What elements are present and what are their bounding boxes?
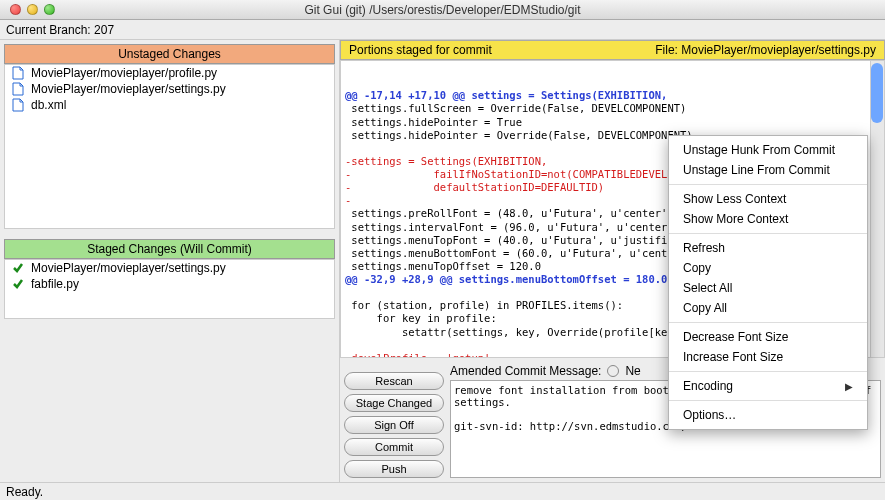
amend-radio-label: Ne <box>625 364 640 378</box>
chevron-right-icon: ▶ <box>845 381 853 392</box>
window-title: Git Gui (git) /Users/orestis/Developer/E… <box>0 3 885 17</box>
push-button[interactable]: Push <box>344 460 444 478</box>
list-item[interactable]: MoviePlayer/movieplayer/profile.py <box>5 65 334 81</box>
list-item[interactable]: MoviePlayer/movieplayer/settings.py <box>5 260 334 276</box>
file-modified-icon <box>11 82 25 96</box>
rescan-button[interactable]: Rescan <box>344 372 444 390</box>
file-path: db.xml <box>31 98 66 112</box>
file-path: MoviePlayer/movieplayer/profile.py <box>31 66 217 80</box>
unstaged-file-list[interactable]: MoviePlayer/movieplayer/profile.py Movie… <box>4 64 335 229</box>
file-path: fabfile.py <box>31 277 79 291</box>
menu-refresh[interactable]: Refresh <box>669 238 867 258</box>
menu-unstage-hunk[interactable]: Unstage Hunk From Commit <box>669 140 867 160</box>
status-text: Ready. <box>6 485 43 499</box>
diff-line[interactable]: settings.hidePointer = True <box>345 116 882 129</box>
menu-separator <box>669 400 867 401</box>
file-modified-icon <box>11 66 25 80</box>
file-staged-icon <box>11 277 25 291</box>
branch-bar: Current Branch: 207 <box>0 20 885 40</box>
list-item[interactable]: db.xml <box>5 97 334 113</box>
menu-increase-font[interactable]: Increase Font Size <box>669 347 867 367</box>
portions-label: Portions staged for commit <box>349 43 492 57</box>
menu-unstage-line[interactable]: Unstage Line From Commit <box>669 160 867 180</box>
file-path: MoviePlayer/movieplayer/settings.py <box>31 261 226 275</box>
menu-show-less-context[interactable]: Show Less Context <box>669 189 867 209</box>
file-path: MoviePlayer/movieplayer/settings.py <box>31 82 226 96</box>
list-item[interactable]: fabfile.py <box>5 276 334 292</box>
menu-select-all[interactable]: Select All <box>669 278 867 298</box>
menu-copy-all[interactable]: Copy All <box>669 298 867 318</box>
staged-file-list[interactable]: MoviePlayer/movieplayer/settings.py fabf… <box>4 259 335 319</box>
file-staged-icon <box>11 261 25 275</box>
diff-line[interactable]: @@ -17,14 +17,10 @@ settings = Settings(… <box>345 89 882 102</box>
commit-button[interactable]: Commit <box>344 438 444 456</box>
amend-radio[interactable] <box>607 365 619 377</box>
context-menu: Unstage Hunk From Commit Unstage Line Fr… <box>668 135 868 430</box>
status-bar: Ready. <box>0 482 885 500</box>
menu-separator <box>669 184 867 185</box>
scrollbar-thumb[interactable] <box>871 63 883 123</box>
sign-off-button[interactable]: Sign Off <box>344 416 444 434</box>
menu-decrease-font[interactable]: Decrease Font Size <box>669 327 867 347</box>
diff-header: Portions staged for commit File: MoviePl… <box>340 40 885 60</box>
amend-label: Amended Commit Message: <box>450 364 601 378</box>
menu-separator <box>669 322 867 323</box>
file-modified-icon <box>11 98 25 112</box>
menu-copy[interactable]: Copy <box>669 258 867 278</box>
menu-separator <box>669 371 867 372</box>
diff-line[interactable]: settings.fullScreen = Override(False, DE… <box>345 102 882 115</box>
scrollbar[interactable] <box>870 61 884 357</box>
diff-file-label: File: MoviePlayer/movieplayer/settings.p… <box>655 43 876 57</box>
stage-changed-button[interactable]: Stage Changed <box>344 394 444 412</box>
list-item[interactable]: MoviePlayer/movieplayer/settings.py <box>5 81 334 97</box>
menu-options[interactable]: Options… <box>669 405 867 425</box>
staged-header: Staged Changes (Will Commit) <box>4 239 335 259</box>
unstaged-header: Unstaged Changes <box>4 44 335 64</box>
menu-encoding[interactable]: Encoding▶ <box>669 376 867 396</box>
menu-show-more-context[interactable]: Show More Context <box>669 209 867 229</box>
menu-encoding-label: Encoding <box>683 379 733 393</box>
current-branch-label: Current Branch: 207 <box>6 23 114 37</box>
titlebar: Git Gui (git) /Users/orestis/Developer/E… <box>0 0 885 20</box>
menu-separator <box>669 233 867 234</box>
